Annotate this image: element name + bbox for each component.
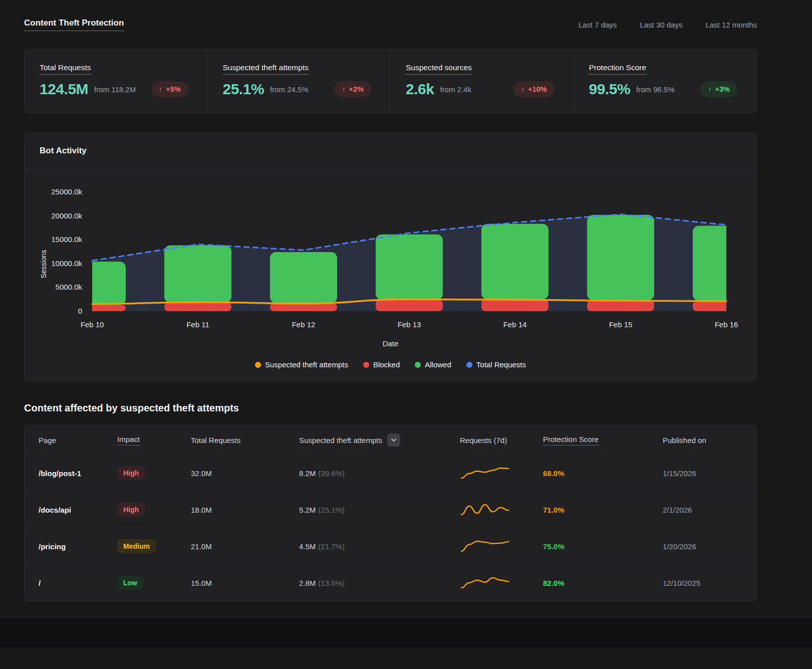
requests-7d-sparkline [460, 540, 543, 553]
svg-text:10000.0k: 10000.0k [51, 259, 82, 268]
kpi-previous-value: from 96.5% [636, 85, 675, 94]
page-title: Content Theft Protection [24, 18, 124, 31]
svg-text:Feb 15: Feb 15 [609, 320, 633, 329]
kpi-previous-value: from 118.2M [94, 85, 136, 94]
suspected-value: 4.5M(21.7%) [299, 542, 460, 551]
legend-item-suspected[interactable]: Suspected theft attempts [255, 360, 348, 369]
kpi-suspected-theft-attempts: Suspected theft attempts 25.1% from 24.5… [207, 50, 391, 112]
protection-score-value: 71.0% [543, 506, 663, 514]
suspected-sort-dropdown-button[interactable] [387, 433, 400, 447]
kpi-delta-badge: ↑+3% [700, 81, 737, 97]
published-date: 1/20/2026 [663, 542, 742, 551]
impact-badge: High [117, 503, 145, 517]
affected-content-table: Page Impact Total Requests Suspected the… [24, 425, 757, 601]
suspected-value: 2.8M(13.5%) [299, 579, 460, 587]
time-range-selector: Last 7 days Last 30 days Last 12 months [579, 21, 757, 29]
col-header-suspected-label: Suspected theft attempts [299, 436, 382, 444]
page-path: / [39, 579, 117, 587]
table-header-row: Page Impact Total Requests Suspected the… [25, 425, 756, 455]
up-arrow-icon: ↑ [342, 85, 345, 93]
bot-activity-card: Bot Activity Sessions 05000.0k10000.0k15… [24, 133, 757, 381]
kpi-label: Suspected sources [406, 63, 472, 75]
total-requests-value: 21.0M [191, 542, 299, 551]
impact-badge: Medium [117, 539, 156, 553]
range-last-30-days[interactable]: Last 30 days [640, 21, 682, 29]
legend-item-blocked[interactable]: Blocked [363, 360, 400, 369]
col-header-impact: Impact [117, 435, 140, 445]
protection-score-value: 82.0% [543, 579, 663, 587]
published-date: 1/15/2026 [663, 469, 742, 478]
legend-label: Suspected theft attempts [265, 360, 348, 369]
suspected-percent: (25.1%) [318, 506, 345, 514]
table-row[interactable]: /pricing Medium 21.0M 4.5M(21.7%) 75.0% … [25, 528, 756, 564]
chevron-down-icon [391, 437, 397, 443]
suspected-value: 5.2M(25.1%) [299, 506, 460, 514]
legend-dot-icon [415, 362, 421, 368]
kpi-total-requests: Total Requests 124.5M from 118.2M ↑+5% [25, 50, 207, 112]
chart-title: Bot Activity [25, 133, 756, 169]
suspected-count: 8.2M [299, 469, 316, 478]
suspected-value: 8.2M(39.6%) [299, 469, 460, 478]
suspected-percent: (13.5%) [318, 579, 345, 587]
kpi-delta-badge: ↑+5% [151, 81, 188, 97]
y-axis-title: Sessions [40, 250, 48, 279]
legend-item-total-requests[interactable]: Total Requests [466, 360, 526, 369]
protection-score-value: 68.0% [543, 469, 663, 478]
x-axis-title: Date [39, 339, 742, 348]
total-requests-value: 32.0M [191, 469, 299, 478]
suspected-count: 5.2M [299, 506, 316, 514]
table-row[interactable]: /blog/post-1 High 32.0M 8.2M(39.6%) 68.0… [25, 455, 756, 491]
kpi-previous-value: from 24.5% [270, 85, 309, 94]
requests-7d-sparkline [460, 467, 543, 480]
suspected-percent: (21.7%) [318, 542, 345, 551]
col-header-protection-score: Protection Score [543, 435, 599, 445]
published-date: 2/1/2026 [663, 506, 742, 514]
range-last-12-months[interactable]: Last 12 months [705, 21, 757, 29]
legend-label: Allowed [425, 360, 451, 369]
range-last-7-days[interactable]: Last 7 days [579, 21, 617, 29]
up-arrow-icon: ↑ [708, 85, 711, 93]
table-row[interactable]: / Low 15.0M 2.8M(13.5%) 82.0% 12/10/2025 [25, 564, 756, 601]
kpi-delta: +10% [528, 85, 547, 93]
legend-dot-icon [466, 362, 472, 368]
suspected-percent: (39.6%) [318, 469, 345, 478]
dashboard-page: Content Theft Protection Last 7 days Las… [0, 0, 812, 601]
up-arrow-icon: ↑ [521, 85, 524, 93]
kpi-label: Protection Score [589, 63, 647, 75]
kpi-previous-value: from 2.4k [440, 85, 471, 94]
requests-7d-sparkline [460, 576, 543, 589]
impact-badge: Low [117, 576, 143, 590]
requests-7d-sparkline [460, 503, 543, 516]
legend-label: Total Requests [476, 360, 526, 369]
page-path: /pricing [39, 542, 117, 551]
legend-item-allowed[interactable]: Allowed [415, 360, 451, 369]
protection-score-value: 75.0% [543, 542, 663, 551]
svg-text:Feb 16: Feb 16 [715, 320, 738, 329]
kpi-summary-row: Total Requests 124.5M from 118.2M ↑+5% S… [24, 49, 757, 113]
svg-text:20000.0k: 20000.0k [51, 211, 82, 220]
chart-legend: Suspected theft attempts Blocked Allowed… [39, 360, 742, 369]
total-requests-value: 18.0M [191, 506, 299, 514]
kpi-value: 25.1% [223, 81, 264, 98]
kpi-delta: +5% [166, 85, 180, 93]
top-bar: Content Theft Protection Last 7 days Las… [24, 18, 757, 31]
legend-label: Blocked [373, 360, 400, 369]
suspected-count: 4.5M [299, 542, 316, 551]
kpi-label: Total Requests [40, 63, 91, 75]
chart-body: Sessions 05000.0k10000.0k15000.0k20000.0… [25, 169, 756, 381]
svg-text:Feb 11: Feb 11 [186, 320, 209, 329]
suspected-count: 2.8M [299, 579, 316, 587]
kpi-value: 99.5% [589, 81, 631, 98]
svg-text:5000.0k: 5000.0k [56, 283, 83, 291]
svg-text:Feb 10: Feb 10 [81, 320, 104, 329]
impact-badge: High [117, 466, 145, 480]
kpi-value: 124.5M [40, 81, 88, 98]
bot-activity-chart-svg[interactable]: 05000.0k10000.0k15000.0k20000.0k25000.0k… [39, 181, 742, 336]
svg-text:25000.0k: 25000.0k [51, 187, 82, 196]
svg-text:0: 0 [78, 307, 82, 315]
table-row[interactable]: /docs/api High 18.0M 5.2M(25.1%) 71.0% 2… [25, 491, 756, 528]
kpi-suspected-sources: Suspected sources 2.6k from 2.4k ↑+10% [390, 50, 574, 112]
published-date: 12/10/2025 [663, 579, 742, 587]
kpi-value: 2.6k [406, 81, 434, 98]
kpi-delta-badge: ↑+2% [334, 81, 371, 97]
